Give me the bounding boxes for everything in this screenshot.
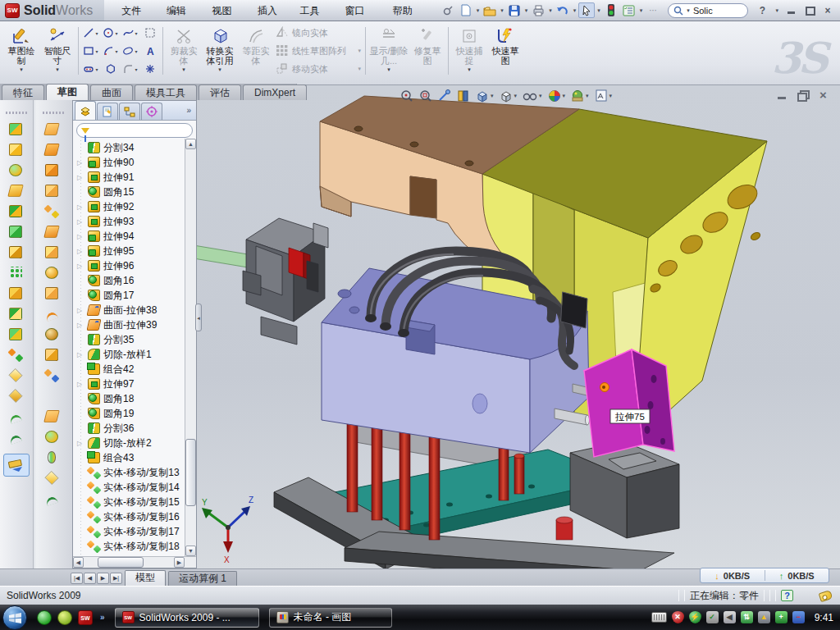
expand-arrow-icon[interactable]: ▷ [77, 218, 84, 226]
toolbar-button[interactable] [0, 180, 33, 201]
solidworks-launcher-icon[interactable]: SW [78, 610, 93, 625]
rectangle-icon[interactable]: ▾ [81, 42, 101, 60]
doc-minimize-button[interactable] [777, 90, 788, 100]
linear-pattern-caret-icon[interactable]: ▾ [358, 48, 361, 54]
scroll-right-arrow[interactable]: ▶ [174, 557, 185, 568]
volume-icon[interactable]: ◀ [724, 611, 736, 623]
expand-arrow-icon[interactable]: ▷ [77, 381, 84, 388]
minimize-button[interactable] [786, 5, 797, 16]
traffic-light-icon[interactable] [603, 2, 619, 18]
scroll-left-arrow[interactable]: ◀ [73, 557, 84, 568]
taskbar-button-solidworks[interactable]: SW SolidWorks 2009 - ... [115, 608, 259, 628]
point-icon[interactable] [140, 60, 160, 78]
repair-sketch-button[interactable]: 修复草图 [409, 24, 445, 78]
save-icon[interactable] [506, 2, 523, 18]
sync-arrows-icon[interactable]: ⇅ [741, 611, 753, 623]
help-button[interactable]: ? [756, 5, 768, 16]
toolbar-button[interactable] [0, 324, 33, 345]
scroll-thumb[interactable] [185, 439, 196, 505]
expand-arrow-icon[interactable]: ▷ [77, 248, 84, 255]
select-cursor-icon[interactable] [578, 2, 595, 18]
feature-tree-item[interactable]: ▷ 切除-放样2 [75, 436, 196, 450]
commandmanager-tab[interactable]: DimXpert [243, 84, 307, 100]
ellipse-icon[interactable]: ▾ [121, 42, 140, 60]
new-caret-icon[interactable]: ▾ [477, 7, 480, 14]
feature-tree-item[interactable]: ▷ 实体-移动/复制15 [75, 495, 196, 509]
restore-button[interactable] [804, 5, 815, 16]
next-tab-button[interactable]: ▶ [97, 573, 109, 584]
trim-entities-button[interactable]: 剪裁实体 ▾ [166, 24, 202, 78]
smart-dimension-button[interactable]: 智能尺寸 ▾ [39, 24, 75, 78]
toolbar-button[interactable] [0, 242, 33, 262]
toolbar-button[interactable] [0, 201, 33, 221]
toolbar-button[interactable] [0, 365, 33, 386]
model-tab[interactable]: 模型 [125, 570, 166, 586]
close-button[interactable]: × [822, 5, 833, 16]
view-orientation-icon[interactable]: ▾ [474, 88, 495, 104]
menu-item[interactable]: 窗口(W) [336, 2, 383, 19]
feature-tree-item[interactable]: ▷ 切除-放样1 [75, 347, 196, 362]
display-delete-relations-button[interactable]: 显示/删除几... ▾ [368, 24, 409, 78]
expand-arrow-icon[interactable]: ▷ [77, 174, 84, 181]
expand-arrow-icon[interactable]: ▷ [77, 351, 84, 358]
feature-tree-item[interactable]: ▷ 拉伸93 [75, 214, 196, 229]
toolbar-button[interactable] [34, 242, 72, 262]
feature-tree-item[interactable]: ▷ 组合42 [75, 362, 196, 377]
toolbar-button[interactable] [34, 201, 72, 221]
tree-vertical-scrollbar[interactable]: ▲ ▼ [185, 139, 196, 556]
toolbar-button[interactable] [34, 304, 72, 324]
annotation-icon[interactable]: ▾ [593, 88, 614, 104]
save-caret-icon[interactable]: ▾ [525, 7, 528, 14]
menu-item[interactable]: 视图(V) [203, 2, 249, 19]
polygon-icon[interactable] [101, 60, 121, 78]
toolbar-button[interactable] [34, 160, 72, 180]
splitter-grip[interactable]: ◂ [195, 304, 202, 331]
toolbar-button[interactable] [34, 365, 72, 386]
feature-tree-item[interactable]: ▷ 分割34 [75, 140, 196, 155]
toolbar-button[interactable] [34, 119, 72, 139]
feature-tree-item[interactable]: ▷ 拉伸96 [75, 258, 196, 273]
sketch-caret-icon[interactable]: ▾ [20, 66, 23, 73]
blocked-sync-icon[interactable]: − [792, 611, 805, 623]
feature-tree-item[interactable]: ▷ 拉伸95 [75, 244, 196, 258]
quick-tips-icon[interactable]: ? [781, 590, 793, 601]
convert-entities-button[interactable]: 转换实体引用 ▾ [202, 24, 238, 78]
toolbar-button[interactable] [34, 139, 72, 160]
options-list-icon[interactable] [621, 2, 637, 18]
hide-show-items-icon[interactable]: ▾ [521, 88, 544, 104]
commandmanager-tab[interactable]: 草图 [46, 84, 89, 100]
selected-extrude75-part[interactable] [584, 349, 674, 457]
model-tab[interactable]: 运动算例 1 [168, 571, 237, 586]
feature-tree-item[interactable]: ▷ 拉伸94 [75, 229, 196, 244]
security-icon[interactable] [57, 610, 72, 625]
undo-icon[interactable] [555, 2, 571, 18]
toolbar-button[interactable] [34, 427, 72, 447]
toolbar-button[interactable] [34, 406, 72, 427]
slot-icon[interactable]: ▾ [81, 60, 101, 78]
search-caret-icon[interactable]: ▾ [687, 7, 690, 14]
toolbar-button[interactable] [0, 345, 33, 365]
feature-tree-item[interactable]: ▷ 圆角17 [75, 288, 196, 303]
convert-caret-icon[interactable]: ▾ [218, 66, 221, 73]
feature-tree-item[interactable]: ▷ 圆角18 [75, 391, 196, 406]
toolbar-button[interactable] [0, 283, 33, 304]
last-tab-button[interactable]: ▶| [110, 573, 122, 584]
dimxpertmanager-tab-icon[interactable] [141, 103, 162, 120]
zoom-area-icon[interactable] [418, 88, 434, 104]
feature-tree-item[interactable]: ▷ 曲面-拉伸38 [75, 303, 196, 317]
featuremanager-tab-icon[interactable] [75, 101, 96, 120]
red-cylinder-part[interactable] [556, 517, 573, 540]
health-shield-icon[interactable]: + [775, 611, 788, 623]
scene-icon[interactable]: ▾ [569, 88, 591, 104]
hscroll-thumb[interactable] [98, 557, 144, 568]
display-style-icon[interactable]: ▾ [498, 88, 519, 104]
menu-item[interactable]: 编辑(E) [158, 2, 203, 19]
sketch-fillet-icon[interactable]: ▾ [121, 60, 140, 78]
feature-tree-item[interactable]: ▷ 分割36 [75, 421, 196, 436]
toolbar-button[interactable] [34, 283, 72, 304]
toolbar-button[interactable] [34, 386, 72, 406]
rapid-sketch-button[interactable]: 快速草图 [487, 24, 523, 78]
graphics-area[interactable]: 拉伸75 Y Z X ▾ ▾ ▾ ▾ ▾ ▾ [197, 85, 840, 568]
commandmanager-tab[interactable]: 评估 [199, 84, 241, 100]
feature-tree-item[interactable]: ▷ 圆角15 [75, 185, 196, 199]
